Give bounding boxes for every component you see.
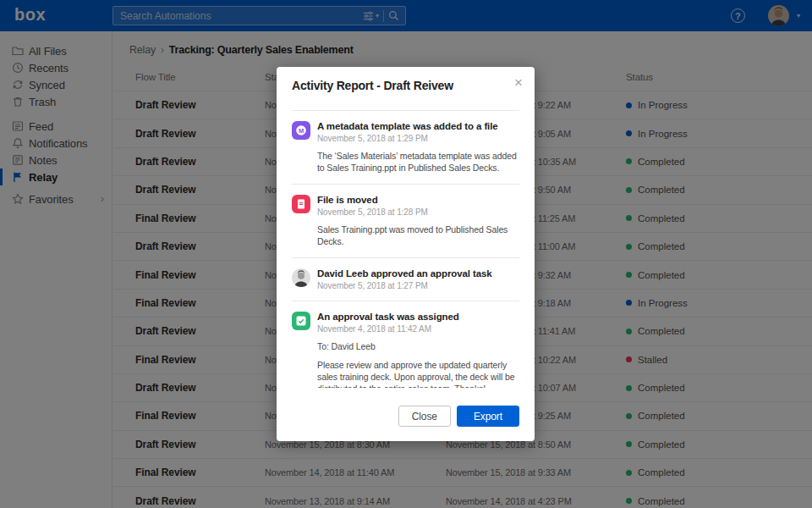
activity-title: File is moved	[317, 195, 519, 205]
activity-timestamp: November 5, 2018 at 1:27 PM	[317, 281, 519, 290]
activity-timestamp: November 4, 2018 at 11:42 AM	[317, 324, 519, 334]
svg-text:M: M	[299, 127, 304, 135]
activity-body: To: David Leeb	[317, 340, 519, 352]
file-moved-icon	[292, 195, 310, 213]
activity-body: Please review and approve the updated qu…	[317, 359, 519, 388]
task-icon	[292, 312, 310, 330]
activity-item: File is moved November 5, 2018 at 1:28 P…	[292, 185, 519, 258]
activity-timestamp: November 5, 2018 at 1:29 PM	[317, 134, 519, 143]
activity-timestamp: November 5, 2018 at 1:28 PM	[317, 207, 519, 217]
activity-feed: M A metadata template was added to a fil…	[292, 110, 519, 388]
app-window: box ▾ ?	[0, 0, 812, 508]
metadata-icon: M	[292, 121, 310, 140]
export-button[interactable]: Export	[457, 406, 519, 427]
activity-report-modal: Activity Report - Draft Reivew × M A met…	[277, 67, 535, 441]
activity-item: M A metadata template was added to a fil…	[292, 111, 519, 185]
modal-title: Activity Report - Draft Reivew	[277, 67, 535, 92]
activity-body: Sales Training.ppt was moved to Publishe…	[317, 224, 519, 247]
close-button[interactable]: Close	[398, 406, 451, 427]
activity-title: A metadata template was added to a file	[317, 121, 519, 131]
activity-title: An approval task was assigned	[317, 312, 519, 322]
activity-item: David Leeb approved an approval task Nov…	[292, 258, 519, 301]
activity-title: David Leeb approved an approval task	[317, 268, 519, 279]
activity-item: An approval task was assigned November 4…	[292, 301, 519, 388]
modal-footer: Close Export	[277, 406, 535, 441]
activity-body: The ‘Sales Materials’ metadata template …	[317, 150, 519, 174]
activity-avatar	[292, 268, 310, 287]
close-icon[interactable]: ×	[513, 74, 524, 91]
